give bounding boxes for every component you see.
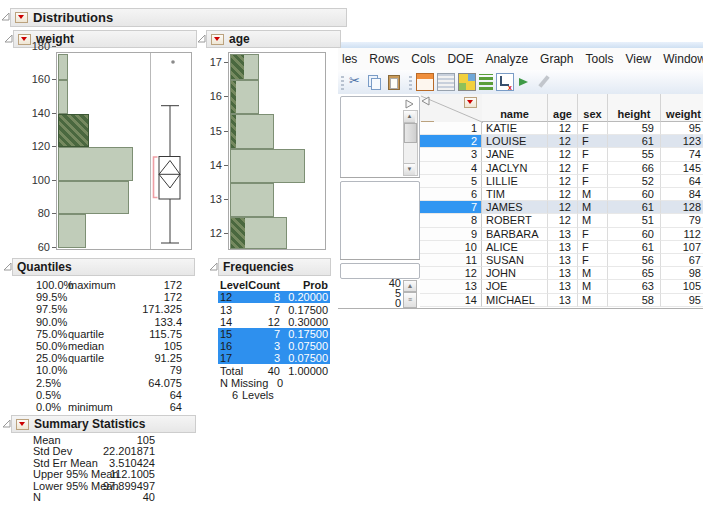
cell-name[interactable]: BARBARA xyxy=(482,228,548,241)
axis-settings-icon[interactable] xyxy=(496,73,514,91)
cell-sex[interactable]: F xyxy=(578,122,608,135)
table-row[interactable]: 13JOE13M63105 xyxy=(420,280,703,293)
frequencies-header[interactable]: Frequencies xyxy=(218,258,331,276)
cell-weight[interactable]: 123 xyxy=(661,135,703,148)
weight-bar[interactable] xyxy=(58,114,89,148)
cell-height[interactable]: 61 xyxy=(608,241,661,254)
cell-sex[interactable]: M xyxy=(578,201,608,214)
row-number-cell[interactable]: 10 xyxy=(420,241,482,254)
row-number-cell[interactable]: 7 xyxy=(420,201,482,214)
cell-weight[interactable]: 79 xyxy=(661,214,703,227)
sort-bars-icon[interactable] xyxy=(479,74,493,90)
cell-sex[interactable]: F xyxy=(578,228,608,241)
weight-boxplot[interactable] xyxy=(151,53,191,249)
cell-height[interactable]: 55 xyxy=(608,148,661,161)
menu-window[interactable]: Window xyxy=(663,52,703,66)
table-row[interactable]: 6TIM12M6084 xyxy=(420,188,703,201)
cell-weight[interactable]: 107 xyxy=(661,241,703,254)
frequency-row[interactable]: 1570.17500 xyxy=(218,328,330,340)
cell-age[interactable]: 13 xyxy=(548,267,578,280)
cell-sex[interactable]: F xyxy=(578,135,608,148)
cell-name[interactable]: TIM xyxy=(482,188,548,201)
table-row[interactable]: 7JAMES12M61128 xyxy=(420,201,703,214)
cell-weight[interactable]: 84 xyxy=(661,188,703,201)
cell-sex[interactable]: F xyxy=(578,241,608,254)
data-table-icon[interactable] xyxy=(416,73,434,91)
table-row[interactable]: 3JANE12F5574 xyxy=(420,148,703,161)
table-row[interactable]: 9BARBARA13F60112 xyxy=(420,228,703,241)
weight-bar[interactable] xyxy=(58,80,68,114)
row-number-cell[interactable]: 5 xyxy=(420,175,482,188)
cell-age[interactable]: 13 xyxy=(548,280,578,293)
edit-disabled-icon[interactable] xyxy=(536,74,552,90)
cell-name[interactable]: ROBERT xyxy=(482,214,548,227)
columns-panel-scrollbar[interactable]: ▲ ▼ xyxy=(403,110,418,176)
cell-height[interactable]: 51 xyxy=(608,214,661,227)
cell-sex[interactable]: M xyxy=(578,214,608,227)
scroll-down-icon[interactable]: ▼ xyxy=(404,163,415,175)
column-header-weight[interactable]: weight xyxy=(661,94,703,122)
cell-name[interactable]: JOE xyxy=(482,280,548,293)
disclosure-icon[interactable] xyxy=(209,262,218,271)
cell-weight[interactable]: 98 xyxy=(661,267,703,280)
cell-height[interactable]: 65 xyxy=(608,267,661,280)
cell-weight[interactable]: 67 xyxy=(661,254,703,267)
cell-name[interactable]: LILLIE xyxy=(482,175,548,188)
cell-sex[interactable]: F xyxy=(578,254,608,267)
copy-icon[interactable] xyxy=(367,74,383,90)
age-bar[interactable] xyxy=(230,217,287,249)
cell-sex[interactable]: F xyxy=(578,162,608,175)
frequency-row[interactable]: 1280.20000 xyxy=(218,291,330,303)
menu-rows[interactable]: Rows xyxy=(369,52,399,66)
cell-height[interactable]: 61 xyxy=(608,201,661,214)
rows-scroll-up-icon[interactable]: ▲ xyxy=(403,280,417,292)
cell-age[interactable]: 12 xyxy=(548,188,578,201)
menu-les[interactable]: les xyxy=(342,52,357,66)
cell-age[interactable]: 13 xyxy=(548,254,578,267)
table-row[interactable]: 2LOUISE12F61123 xyxy=(420,135,703,148)
cell-weight[interactable]: 95 xyxy=(661,122,703,135)
run-script-icon[interactable] xyxy=(517,74,533,90)
column-header-sex[interactable]: sex xyxy=(578,94,608,122)
age-panel-header[interactable]: age xyxy=(206,30,341,48)
table-row[interactable]: 11SUSAN13F5667 xyxy=(420,254,703,267)
cell-age[interactable]: 12 xyxy=(548,135,578,148)
menu-tools[interactable]: Tools xyxy=(585,52,613,66)
menu-view[interactable]: View xyxy=(625,52,651,66)
column-header-name[interactable]: name xyxy=(482,94,548,122)
scroll-up-icon[interactable]: ▲ xyxy=(404,111,415,123)
row-number-cell[interactable]: 13 xyxy=(420,280,482,293)
row-number-cell[interactable]: 3 xyxy=(420,148,482,161)
row-number-cell[interactable]: 12 xyxy=(420,267,482,280)
cell-sex[interactable]: M xyxy=(578,188,608,201)
column-header-age[interactable]: age xyxy=(548,94,578,122)
distributions-header[interactable]: Distributions xyxy=(10,8,347,27)
cut-icon[interactable] xyxy=(348,74,364,90)
cell-age[interactable]: 12 xyxy=(548,162,578,175)
menu-doe[interactable]: DOE xyxy=(447,52,473,66)
weight-bar[interactable] xyxy=(58,181,129,215)
cell-name[interactable]: JANE xyxy=(482,148,548,161)
cell-height[interactable]: 60 xyxy=(608,188,661,201)
cell-weight[interactable]: 64 xyxy=(661,175,703,188)
cell-age[interactable]: 12 xyxy=(548,175,578,188)
cell-name[interactable]: JAMES xyxy=(482,201,548,214)
row-number-cell[interactable]: 2 xyxy=(420,135,482,148)
cell-height[interactable]: 61 xyxy=(608,135,661,148)
weight-bar[interactable] xyxy=(58,147,133,181)
disclosure-icon[interactable] xyxy=(197,34,206,43)
cell-height[interactable]: 52 xyxy=(608,175,661,188)
row-number-cell[interactable]: 8 xyxy=(420,214,482,227)
table-row[interactable]: 10ALICE13F61107 xyxy=(420,241,703,254)
scroll-thumb[interactable] xyxy=(404,123,417,143)
age-bar[interactable] xyxy=(230,149,305,183)
row-number-cell[interactable]: 11 xyxy=(420,254,482,267)
quantiles-header[interactable]: Quantiles xyxy=(12,258,195,276)
table-row[interactable]: 8ROBERT12M5179 xyxy=(420,214,703,227)
cell-weight[interactable]: 105 xyxy=(661,280,703,293)
rows-scroll-grip[interactable]: ≡ xyxy=(403,292,417,308)
table-row[interactable]: 4JACLYN12F66145 xyxy=(420,162,703,175)
cell-weight[interactable]: 95 xyxy=(661,294,703,307)
row-number-cell[interactable]: 9 xyxy=(420,228,482,241)
column-header-height[interactable]: height xyxy=(608,94,661,122)
